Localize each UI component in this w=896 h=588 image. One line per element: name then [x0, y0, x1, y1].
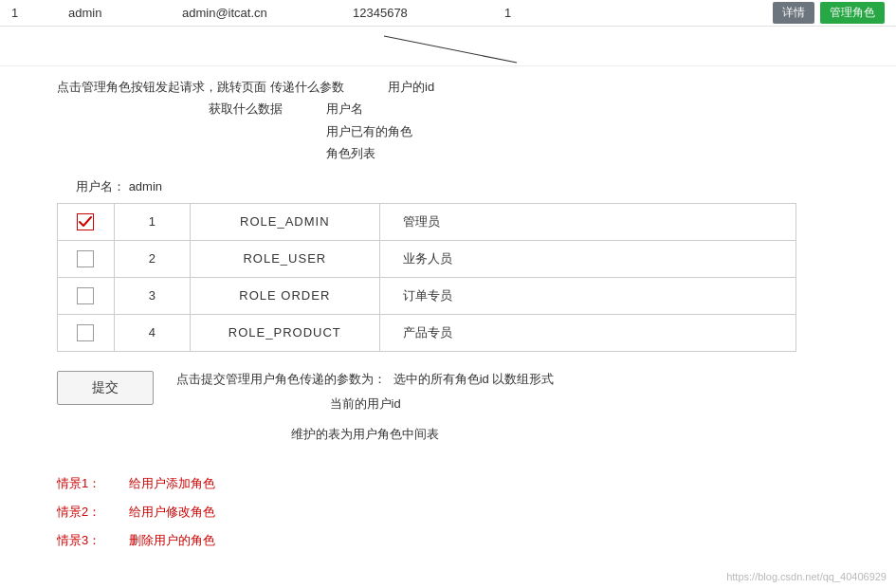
role-checkbox[interactable]	[77, 324, 94, 341]
role-checkbox-cell[interactable]	[58, 277, 115, 314]
scenario-row: 情景1：给用户添加角色	[57, 475, 839, 492]
role-table-wrapper: 1ROLE_ADMIN管理员2ROLE_USER业务人员3ROLE ORDER订…	[0, 203, 896, 352]
role-code: ROLE ORDER	[190, 277, 379, 314]
manage-role-button[interactable]: 管理角色	[820, 2, 885, 24]
table-row: 3ROLE ORDER订单专员	[58, 277, 796, 314]
role-id: 2	[114, 240, 190, 277]
watermark: https://blog.csdn.net/qq_40406929	[726, 571, 887, 582]
param-value: 用户的id	[388, 76, 434, 98]
detail-button[interactable]: 详情	[773, 2, 814, 24]
scenario-label: 情景2：	[57, 504, 114, 521]
role-checkbox-cell[interactable]	[58, 314, 115, 351]
submit-button[interactable]: 提交	[57, 371, 154, 405]
role-id: 3	[114, 277, 190, 314]
user-phone: 12345678	[341, 6, 493, 20]
scenario-row: 情景3：删除用户的角色	[57, 532, 839, 549]
user-email: admin@itcat.cn	[171, 6, 341, 20]
diagonal-area	[0, 27, 896, 66]
role-checkbox[interactable]	[77, 213, 94, 230]
trigger-row: 点击管理角色按钮发起请求，跳转页面 传递什么参数 用户的id	[57, 76, 839, 98]
scenario-label: 情景1：	[57, 475, 114, 492]
user-name: admin	[57, 6, 171, 20]
submit-note-line3: 维护的表为用户角色中间表	[176, 422, 554, 447]
username-section: 用户名： admin	[0, 173, 896, 203]
trigger-label: 点击管理角色按钮发起请求，跳转页面	[57, 76, 266, 98]
user-id: 1	[0, 6, 57, 20]
role-desc: 订单专员	[379, 277, 795, 314]
scenarios-section: 情景1：给用户添加角色情景2：给用户修改角色情景3：删除用户的角色	[0, 466, 896, 570]
role-desc: 业务人员	[379, 240, 795, 277]
role-table: 1ROLE_ADMIN管理员2ROLE_USER业务人员3ROLE ORDER订…	[57, 203, 796, 352]
scenario-value: 给用户修改角色	[129, 504, 215, 521]
role-code: ROLE_ADMIN	[190, 203, 379, 240]
submit-btn-wrapper: 提交	[57, 367, 154, 405]
username-label-text: 用户名：	[76, 179, 125, 193]
top-bar: 1 admin admin@itcat.cn 12345678 1 详情 管理角…	[0, 0, 896, 27]
svg-line-0	[384, 36, 517, 63]
submit-note-line1: 点击提交管理用户角色传递的参数为： 选中的所有角色id 以数组形式	[176, 367, 554, 392]
submit-section: 提交 点击提交管理用户角色传递的参数为： 选中的所有角色id 以数组形式 当前的…	[0, 367, 896, 447]
table-row: 2ROLE_USER业务人员	[58, 240, 796, 277]
action-buttons: 详情 管理角色	[773, 2, 896, 24]
get-value-3: 角色列表	[326, 142, 412, 164]
submit-note-line2: 当前的用户id	[176, 392, 554, 416]
role-checkbox-cell[interactable]	[58, 240, 115, 277]
user-num: 1	[493, 6, 569, 20]
table-row: 4ROLE_PRODUCT产品专员	[58, 314, 796, 351]
scenario-value: 给用户添加角色	[129, 475, 215, 492]
role-code: ROLE_PRODUCT	[190, 314, 379, 351]
role-checkbox[interactable]	[77, 250, 94, 267]
role-desc: 管理员	[379, 203, 795, 240]
submit-note-label: 点击提交管理用户角色传递的参数为：	[176, 372, 386, 386]
table-row: 1ROLE_ADMIN管理员	[58, 203, 796, 240]
submit-note: 点击提交管理用户角色传递的参数为： 选中的所有角色id 以数组形式 当前的用户i…	[176, 367, 554, 447]
scenario-value: 删除用户的角色	[129, 532, 215, 549]
scenario-row: 情景2：给用户修改角色	[57, 504, 839, 521]
param-label: 传递什么参数	[270, 76, 384, 98]
role-desc: 产品专员	[379, 314, 795, 351]
info-section: 点击管理角色按钮发起请求，跳转页面 传递什么参数 用户的id 获取什么数据 用户…	[0, 66, 896, 173]
get-value-1: 用户名	[326, 98, 412, 119]
get-label: 获取什么数据	[209, 98, 322, 164]
role-checkbox-cell[interactable]	[58, 203, 115, 240]
username-value: admin	[129, 179, 162, 193]
role-code: ROLE_USER	[190, 240, 379, 277]
get-row: 获取什么数据 用户名 用户已有的角色 角色列表	[57, 98, 839, 164]
submit-note-value: 选中的所有角色id 以数组形式	[393, 372, 555, 386]
role-checkbox[interactable]	[77, 287, 94, 304]
scenario-label: 情景3：	[57, 532, 114, 549]
get-value-2: 用户已有的角色	[326, 120, 412, 142]
diagonal-line-icon	[384, 27, 536, 66]
role-id: 1	[114, 203, 190, 240]
role-id: 4	[114, 314, 190, 351]
